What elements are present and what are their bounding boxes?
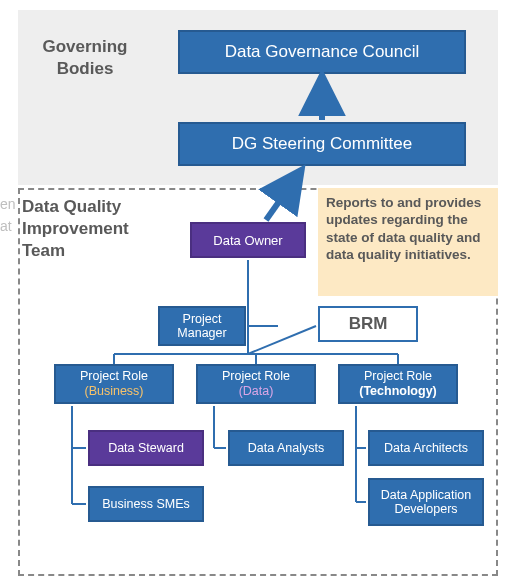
cropped-text-at: at — [0, 218, 12, 234]
cropped-text-en: en — [0, 196, 16, 212]
data-architects-box: Data Architects — [368, 430, 484, 466]
role-title: Project Role — [364, 369, 432, 384]
project-manager-box: Project Manager — [158, 306, 246, 346]
role-subtitle: (Business) — [84, 384, 143, 399]
brm-box: BRM — [318, 306, 418, 342]
data-analysts-box: Data Analysts — [228, 430, 344, 466]
callout-note: Reports to and provides updates regardin… — [318, 188, 498, 296]
governing-bodies-label: Governing Bodies — [30, 36, 140, 80]
dg-steering-committee-box: DG Steering Committee — [178, 122, 466, 166]
data-governance-council-box: Data Governance Council — [178, 30, 466, 74]
data-owner-box: Data Owner — [190, 222, 306, 258]
role-subtitle: (Technology) — [359, 384, 437, 399]
project-role-technology-box: Project Role (Technology) — [338, 364, 458, 404]
data-quality-team-label: Data Quality Improvement Team — [22, 196, 162, 262]
role-subtitle: (Data) — [239, 384, 274, 399]
business-smes-box: Business SMEs — [88, 486, 204, 522]
project-role-data-box: Project Role (Data) — [196, 364, 316, 404]
data-application-developers-box: Data Application Developers — [368, 478, 484, 526]
project-role-business-box: Project Role (Business) — [54, 364, 174, 404]
role-title: Project Role — [222, 369, 290, 384]
data-steward-box: Data Steward — [88, 430, 204, 466]
role-title: Project Role — [80, 369, 148, 384]
